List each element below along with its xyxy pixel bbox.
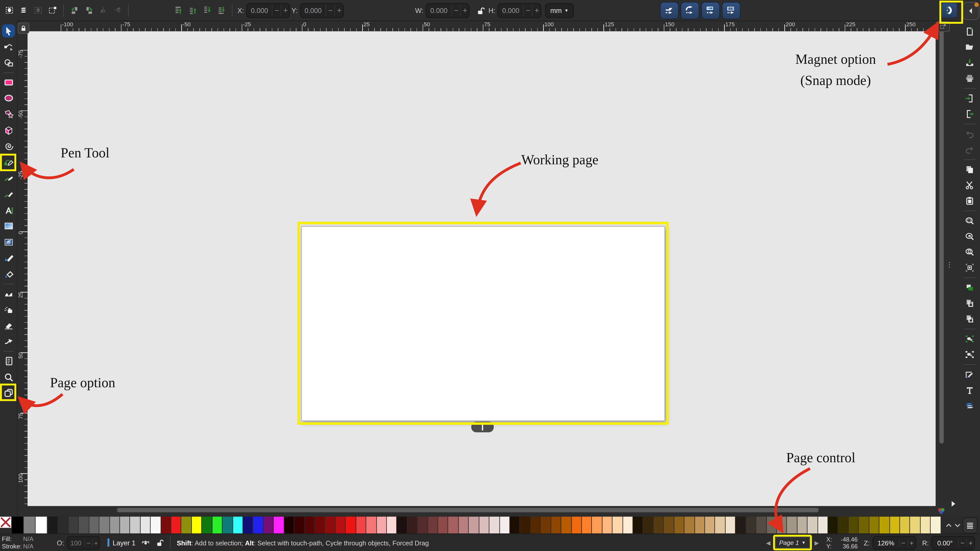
palette-swatch[interactable] [684, 516, 694, 534]
horizontal-scrollbar[interactable] [117, 508, 819, 512]
palette-swatch[interactable] [674, 516, 684, 534]
palette-swatch[interactable] [59, 516, 68, 534]
current-layer-label[interactable]: Layer 1 [113, 539, 135, 546]
palette-swatch[interactable] [500, 516, 509, 534]
text-dialog-button[interactable] [963, 384, 976, 396]
ellipse-tool[interactable] [2, 92, 15, 105]
previous-page-button[interactable]: ◀ [766, 540, 770, 546]
palette-swatch[interactable] [808, 516, 818, 534]
width-field-value[interactable]: 0.000 [426, 6, 452, 14]
lower-button[interactable] [200, 3, 214, 18]
palette-swatch[interactable] [612, 516, 622, 534]
palette-swatch[interactable] [490, 516, 499, 534]
palette-swatch[interactable] [469, 516, 479, 534]
rotation-value[interactable]: 0.00° [932, 539, 958, 546]
y-field[interactable]: 0.000 − + [300, 3, 344, 18]
mesh-gradient-tool[interactable] [2, 236, 15, 249]
raise-to-top-button[interactable] [171, 3, 185, 18]
y-increment-button[interactable]: + [334, 4, 343, 17]
paint-bucket-tool[interactable] [2, 268, 15, 281]
redo-button[interactable] [963, 144, 976, 156]
palette-swatch[interactable] [181, 516, 191, 534]
fill-stroke-dialog-button[interactable] [963, 368, 976, 381]
zoom-tool[interactable] [2, 371, 15, 384]
no-color-swatch[interactable] [0, 516, 11, 534]
palette-swatch[interactable] [212, 516, 222, 534]
save-document-button[interactable] [963, 57, 976, 69]
palette-swatch[interactable] [705, 516, 714, 534]
palette-swatch[interactable] [654, 516, 663, 534]
import-button[interactable] [963, 92, 976, 104]
shape-builder-tool[interactable] [2, 56, 15, 69]
spiral-tool[interactable] [2, 140, 15, 153]
x-increment-button[interactable]: + [281, 4, 290, 17]
rotation-field[interactable]: 0.00° − + [931, 536, 975, 549]
palette-swatch[interactable] [294, 516, 304, 534]
zoom-out-button[interactable]: − [899, 539, 907, 546]
page-selector-dropdown[interactable]: Page 1 ▼ [775, 537, 810, 549]
layer-visibility-toggle[interactable] [141, 538, 150, 547]
palette-swatch[interactable] [818, 516, 828, 534]
scale-gradient-toggle[interactable] [701, 2, 720, 19]
height-increment-button[interactable]: + [532, 4, 541, 17]
vertical-ruler[interactable]: -75-50-250255075100 [18, 31, 27, 506]
ungroup-button[interactable] [963, 349, 976, 361]
palette-swatch[interactable] [68, 516, 78, 534]
palette-swatch[interactable] [746, 516, 756, 534]
palette-swatch[interactable] [736, 516, 746, 534]
calligraphy-tool[interactable] [2, 188, 15, 201]
palette-swatch[interactable] [664, 516, 674, 534]
duplicate-button[interactable] [963, 282, 976, 294]
zoom-to-selection-button[interactable] [963, 215, 976, 227]
chevron-up-icon[interactable] [945, 521, 953, 529]
measure-tool[interactable] [2, 354, 15, 368]
palette-swatch[interactable] [407, 516, 417, 534]
palette-swatch[interactable] [387, 516, 396, 534]
select-inverse-button[interactable] [46, 3, 59, 18]
width-decrement-button[interactable]: − [452, 4, 460, 17]
palette-swatch[interactable] [346, 516, 355, 534]
lower-to-bottom-button[interactable] [215, 3, 228, 18]
palette-swatch[interactable] [900, 516, 910, 534]
connector-tool[interactable] [2, 335, 15, 348]
vertical-scrollbar[interactable] [939, 28, 944, 444]
palette-swatch[interactable] [130, 516, 140, 534]
palette-swatch[interactable] [541, 516, 550, 534]
palette-swatch[interactable] [859, 516, 869, 534]
rotate-ccw-button[interactable] [67, 3, 81, 18]
palette-swatch[interactable] [880, 516, 889, 534]
cut-button[interactable] [963, 179, 976, 191]
y-field-value[interactable]: 0.000 [301, 6, 326, 14]
palette-swatch[interactable] [151, 516, 161, 534]
color-managed-display-icon[interactable] [937, 507, 945, 515]
height-decrement-button[interactable]: − [523, 4, 532, 17]
palette-swatch[interactable] [777, 516, 787, 534]
gray-swatch[interactable] [24, 516, 35, 534]
y-decrement-button[interactable]: − [326, 4, 334, 17]
palette-swatch[interactable] [592, 516, 602, 534]
palette-swatch[interactable] [602, 516, 612, 534]
unit-dropdown[interactable]: mm ▼ [546, 3, 574, 18]
palette-swatch[interactable] [438, 516, 448, 534]
palette-swatch[interactable] [243, 516, 253, 534]
text-tool[interactable] [2, 204, 15, 217]
palette-swatch[interactable] [931, 516, 940, 534]
open-document-button[interactable] [963, 41, 976, 53]
palette-swatch[interactable] [141, 516, 150, 534]
palette-swatch[interactable] [910, 516, 920, 534]
group-button[interactable] [963, 333, 976, 345]
flip-horizontal-button[interactable] [96, 3, 110, 18]
palette-swatch[interactable] [100, 516, 109, 534]
palette-swatch[interactable] [397, 516, 407, 534]
zoom-in-button[interactable]: + [907, 539, 915, 546]
zoom-to-page-button[interactable] [963, 246, 976, 258]
palette-swatch[interactable] [366, 516, 376, 534]
palette-swatch[interactable] [838, 516, 848, 534]
palette-swatch[interactable] [274, 516, 283, 534]
canvas[interactable] [27, 31, 935, 506]
palette-swatch[interactable] [582, 516, 592, 534]
scale-corners-toggle[interactable] [680, 2, 699, 19]
opacity-field[interactable]: 100 − + [67, 536, 100, 549]
palette-swatch[interactable] [458, 516, 468, 534]
palette-swatch[interactable] [79, 516, 89, 534]
